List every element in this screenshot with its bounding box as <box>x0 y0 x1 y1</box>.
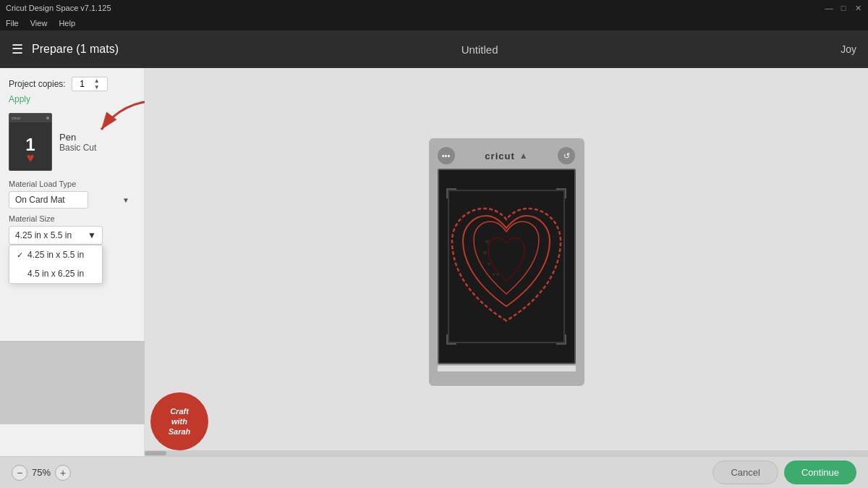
size-option-1[interactable]: ✓ 4.25 in x 5.5 in <box>9 245 102 264</box>
project-copies-spinner: ▲ ▼ <box>72 77 108 91</box>
size-option-1-label: 4.25 in x 5.5 in <box>27 250 84 260</box>
mat-thumbnail-header: cricut <box>9 114 51 122</box>
hamburger-icon[interactable]: ☰ <box>12 41 23 57</box>
cricut-logo: cricut <box>485 151 514 161</box>
project-copies-row: Project copies: ▲ ▼ <box>9 77 135 91</box>
app-title: Cricut Design Space v7.1.125 <box>6 4 111 12</box>
menu-view[interactable]: View <box>30 19 48 28</box>
window-controls: — □ ✕ <box>825 4 862 12</box>
menu-file[interactable]: File <box>6 19 19 28</box>
apply-button[interactable]: Apply <box>9 94 135 104</box>
mat-preview-header: ••• cricut ▲ ↺ <box>438 147 576 164</box>
mat-preview-logo-area: cricut ▲ <box>485 151 527 161</box>
titlebar: Cricut Design Space v7.1.125 — □ ✕ <box>0 0 868 16</box>
cancel-button[interactable]: Cancel <box>712 460 778 484</box>
zoom-controls: − 75% + <box>12 465 71 481</box>
close-button[interactable]: ✕ <box>854 4 862 12</box>
spinner-buttons: ▲ ▼ <box>93 77 101 91</box>
content-scrollbar-thumb[interactable] <box>145 451 166 455</box>
mat-cut: Basic Cut <box>59 143 96 153</box>
svg-rect-5 <box>565 188 566 198</box>
material-size-popup: ✓ 4.25 in x 5.5 in ✓ 4.5 in x 6.25 in <box>9 245 103 284</box>
bottom-bar: − 75% + Cancel Continue <box>0 456 868 488</box>
refresh-button[interactable]: ↺ <box>558 147 575 164</box>
mat-preview-card: ••• cricut ▲ ↺ <box>429 138 584 386</box>
heart-design-svg: ♥♥♥ ♥♥♥♥ ♥♥♥ ♥♥ <box>445 187 568 346</box>
size-option-2[interactable]: ✓ 4.5 in x 6.25 in <box>9 264 102 283</box>
mat-item: cricut 1 ♥ Pen Basic Cut <box>9 113 135 171</box>
maximize-button[interactable]: □ <box>839 4 848 12</box>
spinner-up-button[interactable]: ▲ <box>93 77 101 84</box>
material-size-value: 4.25 in x 5.5 in <box>15 230 72 240</box>
svg-rect-9 <box>565 335 566 345</box>
refresh-icon: ↺ <box>563 151 570 161</box>
mat-dot <box>46 117 49 119</box>
material-load-type-label: Material Load Type <box>9 180 135 188</box>
mat-preview-image: ♥♥♥ ♥♥♥♥ ♥♥♥ ♥♥ <box>438 169 576 364</box>
sidebar: Project copies: ▲ ▼ Apply cricut 1 ♥ <box>0 68 145 456</box>
spinner-down-button[interactable]: ▼ <box>93 84 101 91</box>
menu-help[interactable]: Help <box>59 19 75 28</box>
menubar: File View Help <box>0 16 868 30</box>
main-layout: Project copies: ▲ ▼ Apply cricut 1 ♥ <box>0 68 868 456</box>
mat-bottom-strip <box>438 366 576 371</box>
mat-preview-dots-button[interactable]: ••• <box>438 147 455 164</box>
material-size-select[interactable]: 4.25 in x 5.5 in ▼ <box>9 226 103 245</box>
zoom-level: 75% <box>32 467 51 478</box>
content-scrollbar[interactable] <box>145 450 868 456</box>
project-title: Untitled <box>119 43 841 56</box>
mat-heart-icon: ♥ <box>27 151 35 166</box>
svg-rect-2 <box>446 188 456 190</box>
triangle-icon: ▲ <box>519 151 528 161</box>
user-name: Joy <box>841 43 856 55</box>
watermark: CraftwithSarah <box>150 392 208 450</box>
material-size-arrow-icon: ▼ <box>88 230 96 240</box>
header: ☰ Prepare (1 mats) Untitled Joy <box>0 30 868 68</box>
material-load-type-arrow-icon: ▼ <box>122 196 129 204</box>
mat-thumbnail: cricut 1 ♥ <box>9 113 52 171</box>
size-option-2-label: 4.5 in x 6.25 in <box>27 269 84 279</box>
checkmark-icon: ✓ <box>17 251 23 260</box>
mat-info: Pen Basic Cut <box>59 132 96 153</box>
action-buttons: Cancel Continue <box>712 460 856 484</box>
zoom-in-button[interactable]: + <box>55 465 71 481</box>
svg-rect-8 <box>556 343 566 345</box>
svg-rect-6 <box>446 343 456 345</box>
svg-rect-4 <box>556 188 566 190</box>
project-copies-input[interactable] <box>72 77 93 91</box>
svg-rect-7 <box>446 335 448 345</box>
continue-button[interactable]: Continue <box>784 460 856 484</box>
dots-icon: ••• <box>442 151 451 160</box>
mat-logo: cricut <box>12 116 20 120</box>
material-size-dropdown-wrapper: 4.25 in x 5.5 in ▼ ✓ 4.25 in x 5.5 in ✓ … <box>9 226 135 245</box>
project-copies-label: Project copies: <box>9 79 66 89</box>
page-title: Prepare (1 mats) <box>32 43 119 56</box>
zoom-out-button[interactable]: − <box>12 465 27 481</box>
content-area: ••• cricut ▲ ↺ <box>145 68 868 456</box>
mat-type: Pen <box>59 132 96 143</box>
sidebar-lower-section <box>0 341 145 424</box>
material-load-type-select[interactable]: On Card Mat Standard Rotary <box>9 191 88 209</box>
material-size-label: Material Size <box>9 214 135 223</box>
material-load-type-dropdown: On Card Mat Standard Rotary ▼ <box>9 191 135 209</box>
minimize-button[interactable]: — <box>825 4 833 12</box>
svg-rect-3 <box>446 188 448 198</box>
